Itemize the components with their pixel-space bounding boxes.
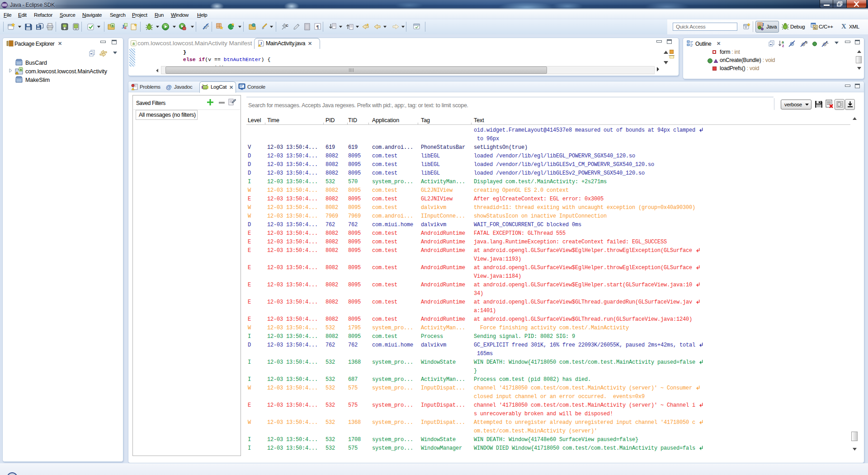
svg-text:C: C (814, 26, 817, 30)
svg-text:z: z (782, 43, 784, 48)
svg-text:a: a (112, 24, 114, 28)
svg-text:¶: ¶ (316, 24, 319, 29)
svg-text:J: J (260, 41, 262, 46)
svg-text:L: L (826, 40, 829, 44)
svg-text:!: ! (17, 72, 18, 75)
svg-text:J: J (762, 22, 764, 27)
svg-text:S: S (805, 40, 807, 44)
svg-text:C: C (286, 24, 288, 28)
